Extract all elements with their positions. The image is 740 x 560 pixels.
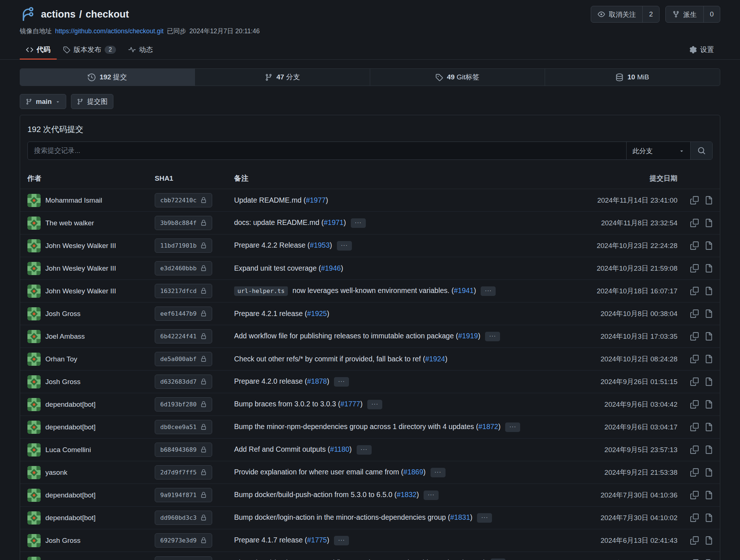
browse-source-button[interactable] xyxy=(704,264,713,273)
copy-sha-button[interactable] xyxy=(690,309,699,318)
expand-commit-message-button[interactable]: ··· xyxy=(357,445,372,455)
commit-sha-badge[interactable]: d632683dd7 xyxy=(155,375,212,389)
copy-sha-button[interactable] xyxy=(690,514,699,522)
tab-releases[interactable]: 版本发布 2 xyxy=(57,40,122,59)
avatar[interactable] xyxy=(27,534,41,547)
commit-sha-badge[interactable]: b684943689 xyxy=(155,443,212,457)
unwatch-button[interactable]: 取消关注 xyxy=(591,6,642,22)
avatar[interactable] xyxy=(27,443,41,456)
expand-commit-message-button[interactable]: ··· xyxy=(491,559,506,560)
avatar[interactable] xyxy=(27,307,41,320)
forgejo-logo-icon[interactable] xyxy=(20,6,36,22)
avatar[interactable] xyxy=(27,194,41,207)
copy-sha-button[interactable] xyxy=(690,264,699,273)
expand-commit-message-button[interactable]: ··· xyxy=(337,241,352,251)
search-button[interactable] xyxy=(690,142,712,159)
browse-source-button[interactable] xyxy=(704,536,713,545)
expand-commit-message-button[interactable]: ··· xyxy=(334,377,349,387)
commit-sha-badge[interactable]: de5a000abf xyxy=(155,352,212,366)
browse-source-button[interactable] xyxy=(704,514,713,522)
browse-source-button[interactable] xyxy=(704,241,713,250)
commit-sha-badge[interactable]: db0cee9a51 xyxy=(155,420,212,434)
commit-author-name[interactable]: John Wesley Walker III xyxy=(45,264,116,273)
commit-sha-badge[interactable]: cbb722410c xyxy=(155,193,212,207)
browse-source-button[interactable] xyxy=(704,468,713,477)
browse-source-button[interactable] xyxy=(704,446,713,454)
tab-activity[interactable]: 动态 xyxy=(122,40,159,59)
commit-sha-badge[interactable]: 6ccd57f4c5 xyxy=(155,556,212,560)
expand-commit-message-button[interactable]: ··· xyxy=(477,513,492,523)
commit-sha-badge[interactable]: 2d7d9f7ff5 xyxy=(155,465,212,480)
commit-sha-badge[interactable]: 6b42224f41 xyxy=(155,329,212,343)
commit-author-name[interactable]: Josh Gross xyxy=(45,537,80,545)
commit-author-name[interactable]: yasonk xyxy=(45,469,67,477)
commit-sha-badge[interactable]: 9a9194f871 xyxy=(155,488,212,502)
commit-author-name[interactable]: dependabot[bot] xyxy=(45,514,95,522)
commit-sha-badge[interactable]: e3d2460bbb xyxy=(155,261,212,275)
expand-commit-message-button[interactable]: ··· xyxy=(424,491,439,500)
browse-source-button[interactable] xyxy=(704,287,713,295)
browse-source-button[interactable] xyxy=(704,423,713,431)
avatar[interactable] xyxy=(27,375,41,388)
commit-author-name[interactable]: John Wesley Walker III xyxy=(45,287,116,295)
stats-tags[interactable]: 49 Git标签 xyxy=(370,69,545,86)
avatar[interactable] xyxy=(27,353,41,366)
copy-sha-button[interactable] xyxy=(690,332,699,341)
browse-source-button[interactable] xyxy=(704,196,713,204)
commit-sha-badge[interactable]: 163217dfcd xyxy=(155,284,212,298)
stats-commits[interactable]: 192 提交 xyxy=(20,69,195,86)
copy-sha-button[interactable] xyxy=(690,355,699,363)
avatar[interactable] xyxy=(27,557,41,560)
branch-filter-select[interactable]: 此分支 xyxy=(626,142,690,159)
mirror-url-link[interactable]: https://github.com/actions/checkout.git xyxy=(55,27,164,35)
commit-sha-badge[interactable]: 692973e3d9 xyxy=(155,533,212,548)
pr-link[interactable]: #1180 xyxy=(330,445,349,453)
commit-sha-badge[interactable]: eef61447b9 xyxy=(155,307,212,321)
avatar[interactable] xyxy=(27,239,41,252)
commit-author-name[interactable]: Orhan Toy xyxy=(45,355,77,363)
browse-source-button[interactable] xyxy=(704,309,713,318)
expand-commit-message-button[interactable]: ··· xyxy=(481,286,496,296)
copy-sha-button[interactable] xyxy=(690,287,699,295)
commit-author-name[interactable]: The web walker xyxy=(45,219,94,227)
commit-author-name[interactable]: Josh Gross xyxy=(45,310,80,318)
commit-sha-badge[interactable]: 6d193bf280 xyxy=(155,397,212,411)
copy-sha-button[interactable] xyxy=(690,219,699,227)
commit-sha-badge[interactable]: dd960bd3c3 xyxy=(155,511,212,525)
pr-link[interactable]: #1831 xyxy=(450,513,470,521)
browse-source-button[interactable] xyxy=(704,332,713,341)
pr-link[interactable]: #1946 xyxy=(321,264,341,272)
expand-commit-message-button[interactable]: ··· xyxy=(351,218,366,228)
tab-code[interactable]: 代码 xyxy=(20,40,57,59)
commit-author-name[interactable]: Josh Gross xyxy=(45,378,80,386)
expand-commit-message-button[interactable]: ··· xyxy=(505,422,520,432)
pr-link[interactable]: #1775 xyxy=(307,536,327,544)
avatar[interactable] xyxy=(27,511,41,525)
copy-sha-button[interactable] xyxy=(690,423,699,431)
forks-count[interactable]: 0 xyxy=(703,6,720,22)
avatar[interactable] xyxy=(27,466,41,479)
commit-author-name[interactable]: dependabot[bot] xyxy=(45,491,95,499)
avatar[interactable] xyxy=(27,398,41,411)
branch-selector[interactable]: main xyxy=(20,94,66,109)
pr-link[interactable]: #1941 xyxy=(454,286,474,294)
repo-name-link[interactable]: checkout xyxy=(86,9,129,20)
stats-branches[interactable]: 47 分支 xyxy=(195,69,370,86)
copy-sha-button[interactable] xyxy=(690,536,699,545)
commit-sha-badge[interactable]: 3b9b8c884f xyxy=(155,216,212,230)
avatar[interactable] xyxy=(27,285,41,298)
avatar[interactable] xyxy=(27,330,41,343)
copy-sha-button[interactable] xyxy=(690,377,699,386)
pr-link[interactable]: #1777 xyxy=(340,400,360,408)
commit-author-name[interactable]: dependabot[bot] xyxy=(45,401,95,409)
browse-source-button[interactable] xyxy=(704,219,713,227)
copy-sha-button[interactable] xyxy=(690,196,699,204)
browse-source-button[interactable] xyxy=(704,377,713,386)
pr-link[interactable]: #1872 xyxy=(478,422,498,431)
commit-author-name[interactable]: John Wesley Walker III xyxy=(45,242,116,250)
expand-commit-message-button[interactable]: ··· xyxy=(431,468,446,477)
avatar[interactable] xyxy=(27,421,41,434)
pr-link[interactable]: #1919 xyxy=(458,332,478,340)
copy-sha-button[interactable] xyxy=(690,446,699,454)
pr-link[interactable]: #1776 xyxy=(463,559,483,560)
